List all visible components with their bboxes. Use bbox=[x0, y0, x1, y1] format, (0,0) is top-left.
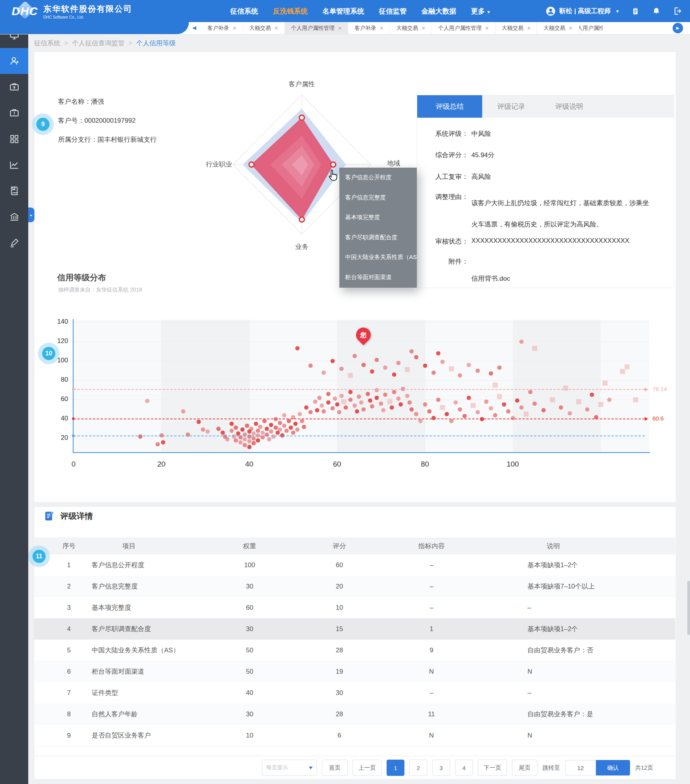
scatter-point bbox=[197, 420, 201, 424]
rating-field-label: 调整理由： bbox=[433, 192, 468, 235]
tab-scroll-right-icon[interactable]: ▶ bbox=[673, 23, 683, 33]
sidebar-item-bank[interactable] bbox=[0, 204, 28, 230]
sidebar-item-pen[interactable] bbox=[0, 230, 28, 256]
scatter-point bbox=[225, 437, 229, 441]
sidebar-item-chart[interactable] bbox=[0, 152, 28, 178]
tab-个人用户属性管理[interactable]: 个人用户属性管理 bbox=[579, 22, 603, 34]
scatter-point bbox=[431, 371, 436, 375]
table-cell: 柜台等面对面渠道 bbox=[92, 661, 212, 682]
breadcrumb-item[interactable]: 个人信用等级 bbox=[136, 39, 176, 47]
x-tick-label: 40 bbox=[238, 460, 261, 468]
next-page-button[interactable]: 下一页 bbox=[478, 760, 507, 776]
tab-客户补录[interactable]: 客户补录✕ bbox=[201, 22, 243, 34]
tab-大额交易[interactable]: 大额交易✕ bbox=[243, 22, 285, 34]
table-row[interactable]: 2客户信息完整度3020–基本项缺项7–10个以上 bbox=[34, 576, 675, 597]
hover-menu-item[interactable]: 柜台等面对面渠道 bbox=[339, 268, 417, 288]
brand-logo[interactable]: DHC 东华软件股份有限公司 DHC Software Co., Ltd. bbox=[12, 2, 132, 21]
table-row[interactable]: 3基本项完整度6010–– bbox=[34, 597, 675, 619]
scatter-point bbox=[366, 392, 370, 396]
rating-tab-评级总结[interactable]: 评级总结 bbox=[417, 95, 482, 118]
you-location-pin: 您 bbox=[353, 324, 374, 345]
scatter-point bbox=[506, 409, 510, 413]
hover-menu-item[interactable]: 客户尽职调查配合度 bbox=[339, 228, 417, 248]
hover-menu-item[interactable]: 基本项完整度 bbox=[339, 208, 417, 228]
person-add-icon bbox=[9, 55, 20, 67]
close-icon[interactable]: ✕ bbox=[380, 26, 384, 31]
grid-icon bbox=[9, 133, 20, 145]
bell-icon[interactable] bbox=[651, 6, 661, 16]
scatter-square bbox=[603, 381, 608, 386]
tab-大额交易[interactable]: 大额交易✕ bbox=[537, 22, 579, 34]
table-row[interactable]: 4客户尽职调查配合度30151基本项缺项1–2个 bbox=[34, 618, 675, 640]
table-cell: 15 bbox=[301, 618, 378, 640]
clipboard-icon[interactable] bbox=[630, 6, 640, 16]
page-size-select[interactable]: 每页显示 bbox=[262, 760, 317, 776]
breadcrumb-item[interactable]: 个人征信查询监管 bbox=[72, 39, 125, 47]
annotation-badge-10: 10 bbox=[38, 343, 60, 364]
nav-item-征信监管[interactable]: 征信监管 bbox=[379, 7, 407, 16]
attachment-link[interactable]: 信用背书.doc bbox=[471, 274, 510, 283]
scatter-point bbox=[317, 396, 322, 400]
close-icon[interactable]: ✕ bbox=[485, 26, 489, 31]
tab-个人用户属性管理[interactable]: 个人用户属性管理✕ bbox=[285, 22, 348, 34]
table-row[interactable]: 7证件类型4030–– bbox=[34, 682, 675, 704]
page-button-2[interactable]: 2 bbox=[409, 760, 427, 776]
close-icon[interactable]: ✕ bbox=[421, 26, 425, 31]
table-row[interactable]: 1客户信息公开程度10060–基本项缺项1–2个 bbox=[34, 554, 675, 576]
scatter-square bbox=[348, 373, 353, 378]
hover-menu-item[interactable]: 中国大陆业务关系性质（AS） bbox=[339, 247, 417, 268]
prev-page-button[interactable]: 上一页 bbox=[353, 760, 382, 776]
rating-tab-评级说明[interactable]: 评级说明 bbox=[540, 95, 598, 118]
close-icon[interactable]: ✕ bbox=[338, 26, 342, 31]
close-icon[interactable]: ✕ bbox=[568, 26, 572, 31]
confirm-button[interactable]: 确认 bbox=[596, 760, 630, 775]
x-tick-label: 60 bbox=[325, 460, 349, 468]
close-icon[interactable]: ✕ bbox=[233, 26, 236, 31]
table-row[interactable]: 9是否自贸区业务客户106NN bbox=[34, 725, 675, 746]
scatter-point bbox=[407, 400, 412, 405]
sidebar-item-grid[interactable] bbox=[0, 126, 28, 152]
table-row[interactable]: 6柜台等面对面渠道5019NN bbox=[34, 661, 675, 683]
sidebar-item-person-add[interactable] bbox=[0, 48, 28, 74]
nav-item-更多[interactable]: 更多▼ bbox=[471, 7, 491, 16]
tab-个人用户属性管理[interactable]: 个人用户属性管理✕ bbox=[432, 22, 495, 34]
user-menu[interactable]: 靳松 | 高级工程师 ▼ bbox=[545, 6, 620, 17]
close-icon[interactable]: ✕ bbox=[527, 26, 531, 31]
tab-客户补录[interactable]: 客户补录✕ bbox=[348, 22, 390, 34]
scatter-point bbox=[252, 431, 256, 436]
breadcrumb-item[interactable]: 征信系统 bbox=[34, 39, 60, 47]
nav-item-反洗钱系统[interactable]: 反洗钱系统 bbox=[273, 7, 308, 16]
table-row[interactable]: 8自然人客户年龄302811自由贸易业务客户：是 bbox=[34, 703, 675, 725]
scatter-point bbox=[515, 398, 519, 403]
tab-大额交易[interactable]: 大额交易✕ bbox=[390, 22, 432, 34]
tab-大额交易[interactable]: 大额交易✕ bbox=[495, 22, 537, 34]
reference-line-dot bbox=[72, 417, 75, 420]
nav-item-征信系统[interactable]: 征信系统 bbox=[230, 7, 258, 16]
last-page-button[interactable]: 尾页 bbox=[512, 760, 538, 776]
sidebar-item-money-case[interactable] bbox=[0, 74, 28, 100]
sidebar-item-alert-case[interactable] bbox=[0, 100, 28, 126]
sidebar-expand-handle[interactable]: ▸ bbox=[28, 208, 34, 222]
rating-tab-评级记录[interactable]: 评级记录 bbox=[482, 95, 540, 118]
reference-line-arrow bbox=[645, 388, 648, 391]
hover-menu-item[interactable]: 客户信息完整度 bbox=[339, 188, 417, 208]
scatter-point bbox=[519, 405, 524, 410]
first-page-button[interactable]: 首页 bbox=[322, 760, 348, 776]
hover-menu-item[interactable]: 客户信息公开程度 bbox=[339, 168, 417, 188]
scrollbar-thumb[interactable] bbox=[687, 581, 690, 635]
nav-item-名单管理系统[interactable]: 名单管理系统 bbox=[322, 7, 364, 16]
page-button-1[interactable]: 1 bbox=[387, 760, 404, 776]
jump-page-input[interactable]: 12 bbox=[565, 760, 596, 775]
scatter-point bbox=[156, 442, 160, 446]
nav-item-金融大数据[interactable]: 金融大数据 bbox=[421, 7, 456, 16]
scatter-point bbox=[254, 422, 258, 426]
sidebar-item-book[interactable] bbox=[0, 178, 28, 204]
page-button-4[interactable]: 4 bbox=[455, 760, 473, 776]
logout-icon[interactable] bbox=[672, 6, 682, 16]
tab-scroll-left-icon[interactable]: ◀ bbox=[192, 25, 196, 31]
close-icon[interactable]: ✕ bbox=[274, 26, 278, 31]
scatter-point bbox=[313, 400, 317, 404]
table-row[interactable]: 5中国大陆业务关系性质（AS）50289自由贸易业务客户：否 bbox=[34, 640, 675, 661]
sidebar bbox=[0, 22, 28, 784]
page-button-3[interactable]: 3 bbox=[432, 760, 450, 776]
